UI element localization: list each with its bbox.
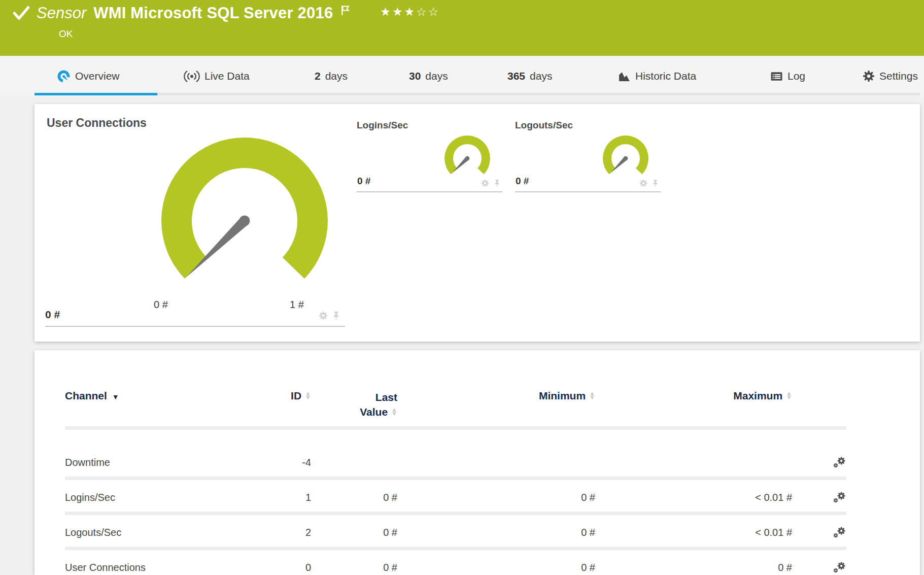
tab-value: 365 <box>507 70 525 82</box>
user-connections-gauge <box>156 132 333 284</box>
column-header-label: ID <box>291 390 301 401</box>
tab-label: Overview <box>75 70 120 82</box>
column-header-label: Minimum <box>539 390 586 401</box>
sort-icon: ▲▼ <box>305 391 311 399</box>
table-row[interactable]: Logouts/Sec 2 0 # 0 # < 0.01 # <box>65 517 846 548</box>
cell-id: 0 <box>248 562 311 573</box>
tab-settings[interactable]: Settings <box>863 67 918 85</box>
gauge-settings-gear-icon[interactable] <box>481 179 489 187</box>
overview-gauges-panel: User Connections 0 # 1 # 0 # Logins/Sec <box>35 104 920 342</box>
logouts-sec-gauge <box>601 133 650 182</box>
cell-channel: Downtime <box>65 457 248 468</box>
sort-icon: ▲▼ <box>786 391 792 399</box>
tabbar-divider <box>35 93 920 95</box>
mini-gauge-current: 0 # <box>516 176 529 187</box>
gauge-icon <box>57 70 71 83</box>
cell-last-value: 0 # <box>311 527 397 538</box>
tab-historic-data[interactable]: Historic Data <box>618 67 696 85</box>
channels-table-panel: Channel▼ ID▲▼ Last Value▲▼ Minimum▲▼ Max… <box>35 350 920 575</box>
active-tab-underline <box>35 93 157 95</box>
gauge-pin-icon[interactable] <box>652 179 659 187</box>
column-header-label: Channel <box>65 390 107 401</box>
column-header-label: Value <box>360 406 388 418</box>
channel-settings-gears-icon[interactable] <box>833 491 846 504</box>
channel-settings-gears-icon[interactable] <box>833 456 846 469</box>
gauge-underline <box>515 191 661 192</box>
cell-maximum: < 0.01 # <box>595 492 792 503</box>
table-header-row: Channel▼ ID▲▼ Last Value▲▼ Minimum▲▼ Max… <box>65 390 846 430</box>
column-header-last-value[interactable]: Last Value▲▼ <box>311 390 397 419</box>
logins-sec-gauge <box>443 133 492 182</box>
object-kind-label: Sensor <box>37 4 86 22</box>
mini-gauge-title: Logins/Sec <box>357 120 408 131</box>
status-badge: OK <box>59 28 73 40</box>
column-header-label: Last <box>375 391 397 403</box>
column-header-maximum[interactable]: Maximum▲▼ <box>595 390 792 402</box>
gauge-underline <box>357 191 502 192</box>
cell-channel: Logouts/Sec <box>65 527 248 538</box>
cell-minimum: 0 # <box>397 527 595 538</box>
cell-maximum: 0 # <box>595 562 792 573</box>
broadcast-icon <box>184 70 200 83</box>
mini-gauge-title: Logouts/Sec <box>515 120 573 131</box>
channel-settings-gears-icon[interactable] <box>833 561 846 574</box>
column-header-minimum[interactable]: Minimum▲▼ <box>397 390 595 402</box>
column-header-label: Maximum <box>733 390 782 401</box>
cell-id: -4 <box>248 457 311 468</box>
row-separator <box>65 512 846 515</box>
log-icon <box>770 71 783 82</box>
tab-365-days[interactable]: 365 days <box>507 67 552 85</box>
flag-icon[interactable] <box>341 5 350 16</box>
ok-check-icon <box>13 6 29 21</box>
gauge-underline <box>45 326 345 327</box>
tab-live-data[interactable]: Live Data <box>184 67 250 85</box>
tab-label: days <box>425 70 448 82</box>
tab-label: Log <box>788 70 805 82</box>
area-chart-icon <box>618 71 631 82</box>
cell-minimum: 0 # <box>397 492 595 503</box>
table-row[interactable]: Logins/Sec 1 0 # 0 # < 0.01 # <box>65 482 846 513</box>
cell-minimum: 0 # <box>397 562 595 573</box>
cell-last-value: 0 # <box>311 492 397 503</box>
column-header-id[interactable]: ID▲▼ <box>248 390 311 402</box>
primary-gauge-title: User Connections <box>47 116 147 130</box>
gauge-pin-icon[interactable] <box>494 179 500 187</box>
gauge-scale-min: 0 # <box>133 299 189 311</box>
table-row[interactable]: User Connections 0 0 # 0 # 0 # <box>65 552 846 575</box>
tab-label: Settings <box>879 70 918 82</box>
sort-icon: ▲▼ <box>391 408 397 416</box>
column-header-channel[interactable]: Channel▼ <box>65 390 248 402</box>
channel-settings-gears-icon[interactable] <box>833 526 846 539</box>
gauge-settings-gear-icon[interactable] <box>319 311 328 320</box>
tab-label: Live Data <box>204 70 250 82</box>
tab-value: 30 <box>409 70 421 82</box>
sort-desc-icon: ▼ <box>112 393 119 401</box>
cell-channel: Logins/Sec <box>65 492 248 503</box>
sort-icon: ▲▼ <box>589 391 595 399</box>
row-separator <box>65 477 846 480</box>
tab-overview[interactable]: Overview <box>57 67 120 85</box>
table-row[interactable]: Downtime -4 <box>65 447 846 478</box>
cell-channel: User Connections <box>65 562 248 573</box>
mini-gauge-current: 0 # <box>357 176 370 187</box>
gauge-settings-gear-icon[interactable] <box>639 179 647 187</box>
tab-label: days <box>325 70 348 82</box>
tab-2-days[interactable]: 2 days <box>315 67 348 85</box>
tab-label: Historic Data <box>635 70 696 82</box>
gauge-pin-icon[interactable] <box>332 311 340 320</box>
tab-30-days[interactable]: 30 days <box>409 67 448 85</box>
gauge-current-value: 0 # <box>45 309 60 321</box>
tab-bar: Overview Live Data 2 days 30 days 365 da… <box>0 56 924 96</box>
page-title: WMI Microsoft SQL Server 2016 <box>93 4 333 22</box>
cell-maximum: < 0.01 # <box>595 527 792 538</box>
row-separator <box>65 547 846 550</box>
priority-stars[interactable]: ★★★☆☆ <box>380 5 440 19</box>
header-separator <box>65 426 846 430</box>
tab-value: 2 <box>315 70 321 82</box>
cell-id: 2 <box>248 527 311 538</box>
tab-log[interactable]: Log <box>770 67 805 85</box>
cell-last-value: 0 # <box>311 562 397 573</box>
stars-filled: ★★★ <box>380 5 416 18</box>
stars-empty: ☆☆ <box>416 5 440 18</box>
gauge-scale-max: 1 # <box>269 299 325 311</box>
